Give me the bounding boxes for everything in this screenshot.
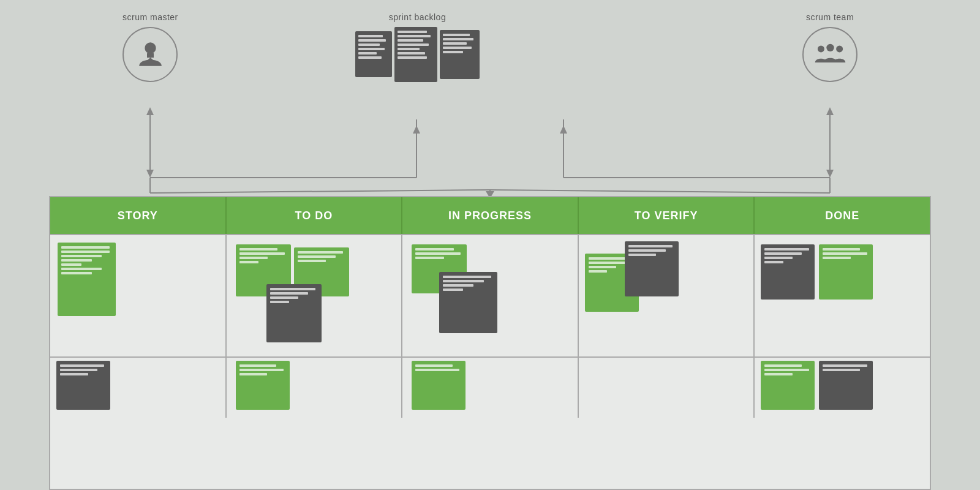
task-card — [412, 361, 466, 410]
svg-point-22 — [836, 45, 843, 52]
task-card — [625, 241, 679, 296]
svg-marker-13 — [560, 126, 567, 134]
board-cell-row2-story — [50, 358, 227, 418]
sprint-backlog-label: sprint backlog — [389, 12, 446, 22]
task-card — [761, 244, 815, 300]
board-header: STORY TO DO IN PROGRESS TO VERIFY DONE — [50, 197, 930, 234]
svg-marker-1 — [146, 107, 154, 115]
column-header-to-verify: TO VERIFY — [579, 197, 755, 234]
task-card — [761, 361, 815, 410]
svg-marker-5 — [826, 170, 834, 178]
svg-line-15 — [490, 190, 830, 193]
board-cell-row1-toverify — [579, 235, 755, 356]
backlog-card-1 — [355, 31, 392, 77]
board-cell-row2-todo — [227, 358, 403, 418]
column-header-in-progress: IN PROGRESS — [402, 197, 579, 234]
svg-marker-4 — [826, 107, 834, 115]
svg-point-21 — [817, 45, 824, 52]
board-row-2 — [50, 356, 930, 418]
column-header-todo: TO DO — [227, 197, 403, 234]
task-card — [58, 243, 116, 316]
task-card — [266, 284, 322, 342]
board-cell-row2-toverify — [579, 358, 755, 418]
board-cell-row1-inprogress — [402, 235, 579, 356]
task-card — [439, 272, 497, 333]
top-section: scrum master sprint backlog — [0, 0, 980, 202]
task-card — [56, 361, 110, 410]
svg-marker-10 — [413, 126, 420, 134]
scrum-team-label: scrum team — [806, 12, 854, 22]
task-card — [236, 361, 290, 410]
svg-marker-2 — [146, 170, 154, 178]
board-cell-row1-todo — [227, 235, 403, 356]
backlog-icon — [355, 27, 480, 82]
scrum-master-area: scrum master — [123, 12, 178, 82]
svg-point-18 — [145, 42, 156, 53]
board-row-1 — [50, 234, 930, 356]
sprint-backlog-area: sprint backlog — [355, 12, 480, 82]
column-header-done: DONE — [755, 197, 930, 234]
person-icon — [134, 38, 167, 72]
scrum-master-label: scrum master — [123, 12, 178, 22]
scrum-team-icon-circle — [802, 27, 858, 82]
task-card — [819, 244, 873, 300]
svg-marker-20 — [146, 58, 155, 61]
backlog-card-3 — [440, 30, 480, 79]
page-container: scrum master sprint backlog — [0, 0, 980, 490]
board-cell-row1-done — [755, 235, 930, 356]
svg-rect-19 — [147, 53, 154, 57]
backlog-card-2 — [394, 27, 437, 82]
board-cell-row2-done — [755, 358, 930, 418]
column-header-story: STORY — [50, 197, 227, 234]
board-section: STORY TO DO IN PROGRESS TO VERIFY DONE — [49, 196, 931, 490]
board-cell-row2-inprogress — [402, 358, 579, 418]
board-cell-row1-story — [50, 235, 227, 356]
scrum-master-icon-circle — [123, 27, 178, 82]
svg-line-14 — [150, 190, 490, 193]
svg-point-23 — [826, 43, 834, 51]
task-card — [819, 361, 873, 410]
scrum-team-area: scrum team — [802, 12, 858, 82]
group-icon — [813, 38, 847, 72]
